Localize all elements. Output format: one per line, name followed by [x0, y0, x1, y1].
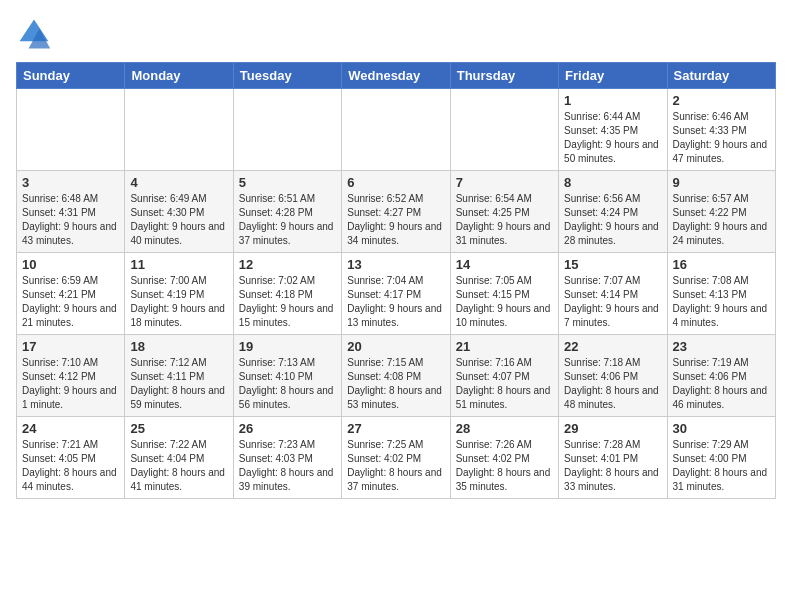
day-info: Sunrise: 6:51 AM Sunset: 4:28 PM Dayligh…	[239, 192, 336, 248]
calendar-cell: 8Sunrise: 6:56 AM Sunset: 4:24 PM Daylig…	[559, 171, 667, 253]
day-number: 2	[673, 93, 770, 108]
calendar-cell: 10Sunrise: 6:59 AM Sunset: 4:21 PM Dayli…	[17, 253, 125, 335]
calendar-cell	[17, 89, 125, 171]
calendar-cell: 25Sunrise: 7:22 AM Sunset: 4:04 PM Dayli…	[125, 417, 233, 499]
week-row-4: 24Sunrise: 7:21 AM Sunset: 4:05 PM Dayli…	[17, 417, 776, 499]
day-info: Sunrise: 6:59 AM Sunset: 4:21 PM Dayligh…	[22, 274, 119, 330]
calendar-cell: 7Sunrise: 6:54 AM Sunset: 4:25 PM Daylig…	[450, 171, 558, 253]
weekday-header-saturday: Saturday	[667, 63, 775, 89]
day-info: Sunrise: 7:16 AM Sunset: 4:07 PM Dayligh…	[456, 356, 553, 412]
day-info: Sunrise: 7:21 AM Sunset: 4:05 PM Dayligh…	[22, 438, 119, 494]
day-number: 16	[673, 257, 770, 272]
day-info: Sunrise: 6:44 AM Sunset: 4:35 PM Dayligh…	[564, 110, 661, 166]
weekday-header-sunday: Sunday	[17, 63, 125, 89]
day-number: 8	[564, 175, 661, 190]
day-info: Sunrise: 7:23 AM Sunset: 4:03 PM Dayligh…	[239, 438, 336, 494]
day-number: 18	[130, 339, 227, 354]
calendar-cell	[342, 89, 450, 171]
calendar-cell: 21Sunrise: 7:16 AM Sunset: 4:07 PM Dayli…	[450, 335, 558, 417]
day-number: 14	[456, 257, 553, 272]
calendar-cell: 20Sunrise: 7:15 AM Sunset: 4:08 PM Dayli…	[342, 335, 450, 417]
week-row-3: 17Sunrise: 7:10 AM Sunset: 4:12 PM Dayli…	[17, 335, 776, 417]
week-row-1: 3Sunrise: 6:48 AM Sunset: 4:31 PM Daylig…	[17, 171, 776, 253]
day-number: 7	[456, 175, 553, 190]
calendar-cell	[125, 89, 233, 171]
day-info: Sunrise: 6:57 AM Sunset: 4:22 PM Dayligh…	[673, 192, 770, 248]
day-number: 9	[673, 175, 770, 190]
day-number: 25	[130, 421, 227, 436]
day-info: Sunrise: 7:29 AM Sunset: 4:00 PM Dayligh…	[673, 438, 770, 494]
calendar-cell: 28Sunrise: 7:26 AM Sunset: 4:02 PM Dayli…	[450, 417, 558, 499]
day-info: Sunrise: 7:18 AM Sunset: 4:06 PM Dayligh…	[564, 356, 661, 412]
day-number: 29	[564, 421, 661, 436]
day-info: Sunrise: 7:02 AM Sunset: 4:18 PM Dayligh…	[239, 274, 336, 330]
calendar-cell: 18Sunrise: 7:12 AM Sunset: 4:11 PM Dayli…	[125, 335, 233, 417]
day-number: 27	[347, 421, 444, 436]
page-container: SundayMondayTuesdayWednesdayThursdayFrid…	[0, 0, 792, 507]
day-info: Sunrise: 6:49 AM Sunset: 4:30 PM Dayligh…	[130, 192, 227, 248]
day-info: Sunrise: 7:07 AM Sunset: 4:14 PM Dayligh…	[564, 274, 661, 330]
day-info: Sunrise: 7:28 AM Sunset: 4:01 PM Dayligh…	[564, 438, 661, 494]
day-number: 12	[239, 257, 336, 272]
day-number: 30	[673, 421, 770, 436]
day-info: Sunrise: 7:04 AM Sunset: 4:17 PM Dayligh…	[347, 274, 444, 330]
calendar-cell: 30Sunrise: 7:29 AM Sunset: 4:00 PM Dayli…	[667, 417, 775, 499]
day-number: 5	[239, 175, 336, 190]
weekday-header-friday: Friday	[559, 63, 667, 89]
calendar-cell: 4Sunrise: 6:49 AM Sunset: 4:30 PM Daylig…	[125, 171, 233, 253]
calendar-cell: 14Sunrise: 7:05 AM Sunset: 4:15 PM Dayli…	[450, 253, 558, 335]
weekday-header-wednesday: Wednesday	[342, 63, 450, 89]
weekday-header-thursday: Thursday	[450, 63, 558, 89]
calendar-cell: 17Sunrise: 7:10 AM Sunset: 4:12 PM Dayli…	[17, 335, 125, 417]
week-row-0: 1Sunrise: 6:44 AM Sunset: 4:35 PM Daylig…	[17, 89, 776, 171]
calendar-cell: 1Sunrise: 6:44 AM Sunset: 4:35 PM Daylig…	[559, 89, 667, 171]
calendar-cell: 27Sunrise: 7:25 AM Sunset: 4:02 PM Dayli…	[342, 417, 450, 499]
header	[16, 16, 776, 52]
calendar-cell: 2Sunrise: 6:46 AM Sunset: 4:33 PM Daylig…	[667, 89, 775, 171]
day-info: Sunrise: 6:56 AM Sunset: 4:24 PM Dayligh…	[564, 192, 661, 248]
calendar-cell: 19Sunrise: 7:13 AM Sunset: 4:10 PM Dayli…	[233, 335, 341, 417]
day-info: Sunrise: 7:19 AM Sunset: 4:06 PM Dayligh…	[673, 356, 770, 412]
day-number: 4	[130, 175, 227, 190]
day-number: 15	[564, 257, 661, 272]
day-info: Sunrise: 7:00 AM Sunset: 4:19 PM Dayligh…	[130, 274, 227, 330]
day-info: Sunrise: 7:15 AM Sunset: 4:08 PM Dayligh…	[347, 356, 444, 412]
day-info: Sunrise: 6:52 AM Sunset: 4:27 PM Dayligh…	[347, 192, 444, 248]
calendar-table: SundayMondayTuesdayWednesdayThursdayFrid…	[16, 62, 776, 499]
day-number: 26	[239, 421, 336, 436]
calendar-cell: 3Sunrise: 6:48 AM Sunset: 4:31 PM Daylig…	[17, 171, 125, 253]
calendar-cell: 13Sunrise: 7:04 AM Sunset: 4:17 PM Dayli…	[342, 253, 450, 335]
day-number: 13	[347, 257, 444, 272]
day-number: 19	[239, 339, 336, 354]
weekday-header-tuesday: Tuesday	[233, 63, 341, 89]
calendar-cell: 26Sunrise: 7:23 AM Sunset: 4:03 PM Dayli…	[233, 417, 341, 499]
week-row-2: 10Sunrise: 6:59 AM Sunset: 4:21 PM Dayli…	[17, 253, 776, 335]
day-number: 10	[22, 257, 119, 272]
day-number: 3	[22, 175, 119, 190]
day-number: 1	[564, 93, 661, 108]
calendar-cell: 5Sunrise: 6:51 AM Sunset: 4:28 PM Daylig…	[233, 171, 341, 253]
day-info: Sunrise: 7:10 AM Sunset: 4:12 PM Dayligh…	[22, 356, 119, 412]
calendar-cell	[233, 89, 341, 171]
calendar-cell: 23Sunrise: 7:19 AM Sunset: 4:06 PM Dayli…	[667, 335, 775, 417]
day-number: 24	[22, 421, 119, 436]
logo	[16, 16, 54, 52]
calendar-cell: 11Sunrise: 7:00 AM Sunset: 4:19 PM Dayli…	[125, 253, 233, 335]
day-number: 17	[22, 339, 119, 354]
day-info: Sunrise: 7:25 AM Sunset: 4:02 PM Dayligh…	[347, 438, 444, 494]
day-info: Sunrise: 7:08 AM Sunset: 4:13 PM Dayligh…	[673, 274, 770, 330]
day-info: Sunrise: 7:13 AM Sunset: 4:10 PM Dayligh…	[239, 356, 336, 412]
day-number: 20	[347, 339, 444, 354]
day-number: 23	[673, 339, 770, 354]
calendar-cell: 9Sunrise: 6:57 AM Sunset: 4:22 PM Daylig…	[667, 171, 775, 253]
day-info: Sunrise: 6:48 AM Sunset: 4:31 PM Dayligh…	[22, 192, 119, 248]
day-number: 22	[564, 339, 661, 354]
calendar-cell: 12Sunrise: 7:02 AM Sunset: 4:18 PM Dayli…	[233, 253, 341, 335]
weekday-header-row: SundayMondayTuesdayWednesdayThursdayFrid…	[17, 63, 776, 89]
calendar-cell: 24Sunrise: 7:21 AM Sunset: 4:05 PM Dayli…	[17, 417, 125, 499]
day-number: 6	[347, 175, 444, 190]
calendar-cell: 16Sunrise: 7:08 AM Sunset: 4:13 PM Dayli…	[667, 253, 775, 335]
day-info: Sunrise: 6:46 AM Sunset: 4:33 PM Dayligh…	[673, 110, 770, 166]
day-number: 21	[456, 339, 553, 354]
day-info: Sunrise: 7:22 AM Sunset: 4:04 PM Dayligh…	[130, 438, 227, 494]
